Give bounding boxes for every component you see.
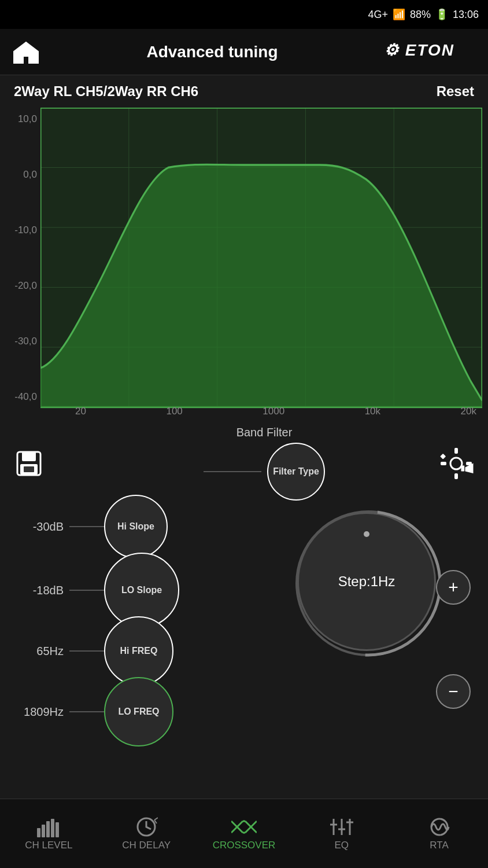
svg-rect-18 — [441, 462, 446, 465]
nav-eq-label: EQ — [335, 840, 349, 851]
minus-button[interactable]: − — [436, 674, 471, 709]
hi-freq-knob[interactable]: Hi FREQ — [104, 616, 173, 686]
hi-slope-knob[interactable]: Hi Slope — [104, 495, 168, 558]
channel-label: 2Way RL CH5/2Way RR CH6 — [14, 83, 198, 100]
clock: 13:06 — [453, 9, 479, 21]
page-title: Advanced tuning — [52, 43, 372, 61]
nav-ch-delay[interactable]: CH DELAY — [106, 816, 187, 851]
channel-row: 2Way RL CH5/2Way RR CH6 Reset — [0, 75, 488, 108]
knobs-layout: -30dB Hi Slope -18dB LO Slope 65Hz Hi FR… — [12, 495, 476, 715]
nav-crossover-label: CROSSOVER — [213, 840, 276, 851]
hi-slope-value: -30dB — [12, 520, 64, 534]
reset-button[interactable]: Reset — [437, 83, 474, 100]
y-label-0: 10,0 — [6, 113, 40, 125]
svg-rect-17 — [454, 473, 458, 479]
filter-type-knob[interactable]: Filter Type — [267, 443, 325, 501]
home-button[interactable] — [12, 38, 40, 67]
battery-indicator: 88% — [410, 9, 431, 21]
nav-rta[interactable]: RTA — [399, 816, 480, 851]
nav-ch-delay-label: CH DELAY — [122, 840, 171, 851]
signal-bars: 📶 — [393, 8, 405, 21]
y-axis: 10,0 0,0 -10,0 -20,0 -30,0 -40,0 — [6, 108, 40, 420]
x-axis: 20 100 1000 10k 20k — [75, 403, 476, 420]
lo-freq-value: 1809Hz — [12, 705, 64, 719]
main-dial[interactable]: Step:1Hz — [297, 512, 436, 651]
svg-rect-22 — [461, 465, 465, 471]
svg-rect-26 — [42, 825, 45, 837]
plus-button[interactable]: + — [436, 570, 471, 605]
x-label-2: 1000 — [263, 406, 284, 417]
svg-rect-27 — [46, 821, 50, 837]
svg-rect-29 — [56, 822, 59, 837]
x-label-1: 100 — [166, 406, 182, 417]
x-label-0: 20 — [75, 406, 86, 417]
hi-freq-value: 65Hz — [12, 645, 64, 658]
y-label-1: 0,0 — [6, 169, 40, 181]
svg-rect-20 — [440, 453, 446, 459]
nav-rta-label: RTA — [430, 840, 448, 851]
svg-rect-16 — [454, 448, 458, 454]
chart-container: 10,0 0,0 -10,0 -20,0 -30,0 -40,0 — [0, 108, 488, 420]
header: Advanced tuning ⚙ ETON — [0, 29, 488, 75]
svg-rect-12 — [22, 452, 36, 461]
x-label-4: 20k — [461, 406, 476, 417]
svg-rect-14 — [24, 466, 34, 472]
band-filter-label: Band Filter — [236, 426, 293, 439]
controls-area: Band Filter Filter Type — [0, 420, 488, 720]
status-bar: 4G+ 📶 88% 🔋 13:06 — [0, 0, 488, 29]
chart-wrapper: 10,0 0,0 -10,0 -20,0 -30,0 -40,0 — [6, 108, 482, 420]
y-label-2: -10,0 — [6, 225, 40, 236]
nav-crossover[interactable]: CROSSOVER — [204, 816, 284, 851]
svg-rect-25 — [37, 828, 40, 837]
chart-area: 20 100 1000 10k 20k — [40, 108, 482, 420]
svg-point-15 — [450, 458, 462, 469]
nav-ch-level-label: CH LEVEL — [25, 840, 72, 851]
lo-freq-knob[interactable]: LO FREQ — [104, 677, 173, 746]
lo-slope-value: -18dB — [12, 584, 64, 597]
svg-text:⚙ ETON: ⚙ ETON — [384, 41, 454, 59]
y-label-3: -20,0 — [6, 280, 40, 292]
y-label-4: -30,0 — [6, 336, 40, 347]
nav-ch-level[interactable]: CH LEVEL — [8, 816, 89, 851]
save-button[interactable] — [12, 446, 46, 481]
bottom-nav: CH LEVEL CH DELAY CROSSOVER EQ — [0, 799, 488, 868]
network-indicator: 4G+ — [368, 9, 388, 21]
svg-rect-28 — [51, 819, 54, 837]
y-label-5: -40,0 — [6, 391, 40, 403]
brand-logo: ⚙ ETON — [384, 38, 476, 65]
settings-button[interactable] — [436, 443, 476, 484]
nav-eq[interactable]: EQ — [301, 816, 382, 851]
x-label-3: 10k — [365, 406, 380, 417]
battery-icon: 🔋 — [435, 8, 448, 21]
step-label: Step:1Hz — [338, 573, 395, 590]
